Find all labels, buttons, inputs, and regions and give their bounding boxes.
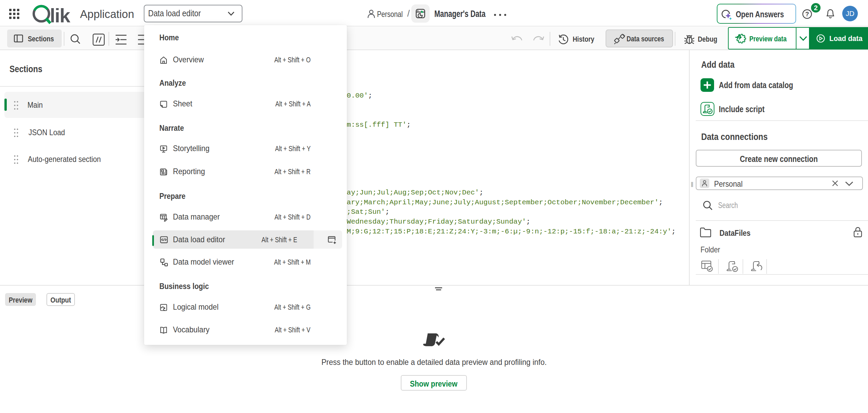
svg-text:lik: lik <box>50 5 71 24</box>
svg-text:?: ? <box>805 11 809 18</box>
